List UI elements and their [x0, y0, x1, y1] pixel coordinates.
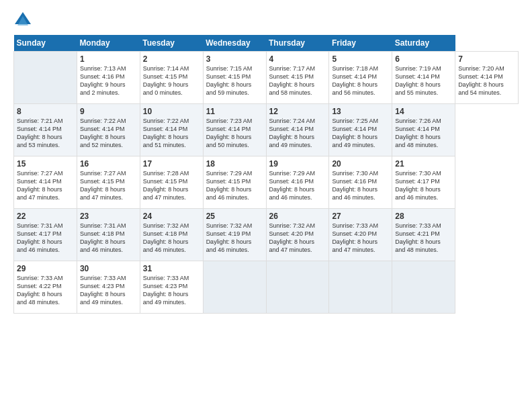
header	[13, 11, 519, 30]
cell-details: Sunrise: 7:33 AMSunset: 4:22 PMDaylight:…	[17, 274, 74, 307]
calendar-cell: 2Sunrise: 7:14 AMSunset: 4:15 PMDaylight…	[140, 52, 203, 104]
day-number: 15	[17, 159, 74, 169]
calendar-cell: 24Sunrise: 7:32 AMSunset: 4:18 PMDayligh…	[140, 209, 203, 261]
day-number: 4	[269, 54, 326, 64]
cell-details: Sunrise: 7:20 AMSunset: 4:14 PMDaylight:…	[458, 64, 515, 97]
day-number: 11	[206, 107, 263, 116]
cell-details: Sunrise: 7:32 AMSunset: 4:19 PMDaylight:…	[206, 222, 263, 255]
cell-details: Sunrise: 7:29 AMSunset: 4:15 PMDaylight:…	[206, 169, 263, 202]
cell-details: Sunrise: 7:29 AMSunset: 4:16 PMDaylight:…	[269, 169, 326, 202]
calendar-cell	[203, 261, 266, 314]
col-header-thursday: Thursday	[266, 35, 329, 52]
day-number: 6	[395, 54, 452, 64]
cell-details: Sunrise: 7:14 AMSunset: 4:15 PMDaylight:…	[143, 64, 200, 97]
week-row-0: 1Sunrise: 7:13 AMSunset: 4:16 PMDaylight…	[14, 52, 519, 104]
calendar-cell: 31Sunrise: 7:33 AMSunset: 4:23 PMDayligh…	[140, 261, 203, 314]
calendar-page: SundayMondayTuesdayWednesdayThursdayFrid…	[0, 0, 532, 411]
calendar-cell	[14, 52, 77, 104]
cell-details: Sunrise: 7:28 AMSunset: 4:15 PMDaylight:…	[143, 169, 200, 202]
day-number: 20	[332, 159, 389, 169]
logo	[13, 11, 35, 30]
cell-details: Sunrise: 7:32 AMSunset: 4:18 PMDaylight:…	[143, 222, 200, 255]
cell-details: Sunrise: 7:26 AMSunset: 4:14 PMDaylight:…	[395, 117, 452, 150]
cell-details: Sunrise: 7:22 AMSunset: 4:14 PMDaylight:…	[80, 117, 137, 150]
cell-details: Sunrise: 7:25 AMSunset: 4:14 PMDaylight:…	[332, 117, 389, 150]
day-number: 21	[395, 159, 452, 169]
col-header-friday: Friday	[329, 35, 392, 52]
day-number: 18	[206, 159, 263, 169]
day-number: 24	[143, 212, 200, 221]
cell-details: Sunrise: 7:13 AMSunset: 4:16 PMDaylight:…	[80, 64, 137, 97]
calendar-cell: 18Sunrise: 7:29 AMSunset: 4:15 PMDayligh…	[203, 156, 266, 209]
day-number: 23	[80, 212, 137, 221]
day-number: 19	[269, 159, 326, 169]
cell-details: Sunrise: 7:22 AMSunset: 4:14 PMDaylight:…	[143, 117, 200, 150]
week-row-1: 8Sunrise: 7:21 AMSunset: 4:14 PMDaylight…	[14, 104, 519, 156]
day-number: 27	[332, 212, 389, 221]
logo-icon	[13, 11, 32, 30]
day-number: 22	[17, 212, 74, 221]
day-number: 14	[395, 107, 452, 116]
calendar-cell: 28Sunrise: 7:33 AMSunset: 4:21 PMDayligh…	[392, 209, 455, 261]
cell-details: Sunrise: 7:33 AMSunset: 4:23 PMDaylight:…	[80, 274, 137, 307]
calendar-cell: 20Sunrise: 7:30 AMSunset: 4:16 PMDayligh…	[329, 156, 392, 209]
calendar-cell: 15Sunrise: 7:27 AMSunset: 4:14 PMDayligh…	[14, 156, 77, 209]
col-header-monday: Monday	[77, 35, 140, 52]
day-number: 28	[395, 212, 452, 221]
day-number: 10	[143, 107, 200, 116]
calendar-cell: 19Sunrise: 7:29 AMSunset: 4:16 PMDayligh…	[266, 156, 329, 209]
cell-details: Sunrise: 7:31 AMSunset: 4:18 PMDaylight:…	[80, 222, 137, 255]
cell-details: Sunrise: 7:19 AMSunset: 4:14 PMDaylight:…	[395, 64, 452, 97]
calendar-cell: 4Sunrise: 7:17 AMSunset: 4:15 PMDaylight…	[266, 52, 329, 104]
calendar-cell: 7Sunrise: 7:20 AMSunset: 4:14 PMDaylight…	[455, 52, 519, 104]
calendar-cell: 9Sunrise: 7:22 AMSunset: 4:14 PMDaylight…	[77, 104, 140, 156]
cell-details: Sunrise: 7:27 AMSunset: 4:15 PMDaylight:…	[80, 169, 137, 202]
day-number: 31	[143, 264, 200, 273]
calendar-cell: 22Sunrise: 7:31 AMSunset: 4:17 PMDayligh…	[14, 209, 77, 261]
day-number: 1	[80, 54, 137, 64]
day-number: 26	[269, 212, 326, 221]
day-number: 30	[80, 264, 137, 273]
cell-details: Sunrise: 7:31 AMSunset: 4:17 PMDaylight:…	[17, 222, 74, 255]
calendar-cell: 3Sunrise: 7:15 AMSunset: 4:15 PMDaylight…	[203, 52, 266, 104]
day-number: 29	[17, 264, 74, 273]
week-row-4: 29Sunrise: 7:33 AMSunset: 4:22 PMDayligh…	[14, 261, 519, 314]
cell-details: Sunrise: 7:33 AMSunset: 4:23 PMDaylight:…	[143, 274, 200, 307]
week-row-3: 22Sunrise: 7:31 AMSunset: 4:17 PMDayligh…	[14, 209, 519, 261]
calendar-cell: 25Sunrise: 7:32 AMSunset: 4:19 PMDayligh…	[203, 209, 266, 261]
calendar-cell: 1Sunrise: 7:13 AMSunset: 4:16 PMDaylight…	[77, 52, 140, 104]
calendar-cell: 6Sunrise: 7:19 AMSunset: 4:14 PMDaylight…	[392, 52, 455, 104]
day-number: 9	[80, 107, 137, 116]
calendar-cell	[266, 261, 329, 314]
week-row-2: 15Sunrise: 7:27 AMSunset: 4:14 PMDayligh…	[14, 156, 519, 209]
calendar-cell: 11Sunrise: 7:23 AMSunset: 4:14 PMDayligh…	[203, 104, 266, 156]
cell-details: Sunrise: 7:27 AMSunset: 4:14 PMDaylight:…	[17, 169, 74, 202]
col-header-saturday: Saturday	[392, 35, 455, 52]
calendar-table: SundayMondayTuesdayWednesdayThursdayFrid…	[13, 35, 519, 314]
calendar-cell: 30Sunrise: 7:33 AMSunset: 4:23 PMDayligh…	[77, 261, 140, 314]
cell-details: Sunrise: 7:33 AMSunset: 4:20 PMDaylight:…	[332, 222, 389, 255]
calendar-cell: 17Sunrise: 7:28 AMSunset: 4:15 PMDayligh…	[140, 156, 203, 209]
calendar-cell: 16Sunrise: 7:27 AMSunset: 4:15 PMDayligh…	[77, 156, 140, 209]
calendar-cell: 29Sunrise: 7:33 AMSunset: 4:22 PMDayligh…	[14, 261, 77, 314]
calendar-cell: 13Sunrise: 7:25 AMSunset: 4:14 PMDayligh…	[329, 104, 392, 156]
calendar-cell: 14Sunrise: 7:26 AMSunset: 4:14 PMDayligh…	[392, 104, 455, 156]
calendar-cell: 8Sunrise: 7:21 AMSunset: 4:14 PMDaylight…	[14, 104, 77, 156]
cell-details: Sunrise: 7:24 AMSunset: 4:14 PMDaylight:…	[269, 117, 326, 150]
cell-details: Sunrise: 7:32 AMSunset: 4:20 PMDaylight:…	[269, 222, 326, 255]
cell-details: Sunrise: 7:17 AMSunset: 4:15 PMDaylight:…	[269, 64, 326, 97]
day-number: 13	[332, 107, 389, 116]
day-number: 7	[458, 54, 515, 64]
day-number: 25	[206, 212, 263, 221]
col-header-sunday: Sunday	[14, 35, 77, 52]
header-row: SundayMondayTuesdayWednesdayThursdayFrid…	[14, 35, 519, 52]
day-number: 3	[206, 54, 263, 64]
cell-details: Sunrise: 7:23 AMSunset: 4:14 PMDaylight:…	[206, 117, 263, 150]
col-header-wednesday: Wednesday	[203, 35, 266, 52]
day-number: 16	[80, 159, 137, 169]
day-number: 2	[143, 54, 200, 64]
cell-details: Sunrise: 7:33 AMSunset: 4:21 PMDaylight:…	[395, 222, 452, 255]
calendar-cell: 23Sunrise: 7:31 AMSunset: 4:18 PMDayligh…	[77, 209, 140, 261]
calendar-cell	[329, 261, 392, 314]
calendar-cell: 26Sunrise: 7:32 AMSunset: 4:20 PMDayligh…	[266, 209, 329, 261]
